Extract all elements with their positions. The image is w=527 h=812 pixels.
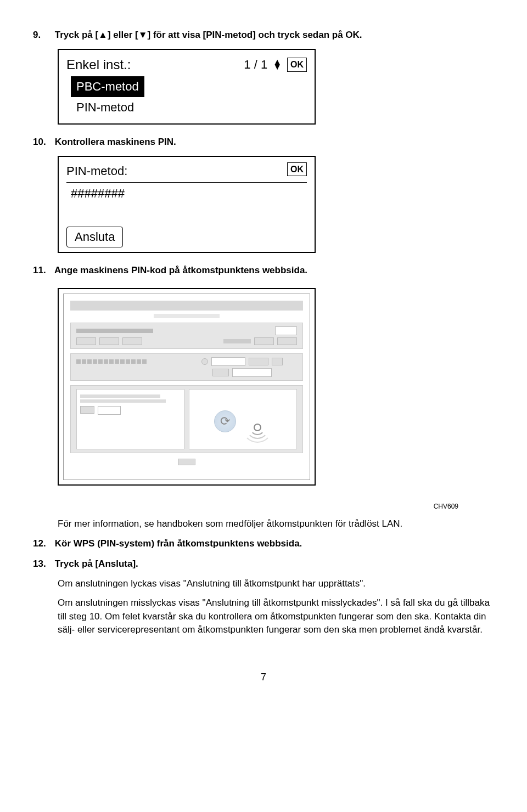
display1-unselected: PIN-metod (71, 97, 307, 118)
step-13-text: Tryck på [Ansluta]. (55, 559, 138, 569)
panel-1 (70, 323, 303, 349)
body-para-2: Om anslutningen lyckas visas "Anslutning… (58, 577, 494, 591)
step-9-text: Tryck på [▲] eller [▼] för att visa [PIN… (55, 30, 362, 40)
btn (272, 358, 283, 365)
lcd-display-1: Enkel inst.: 1 / 1 ▲▼ OK PBC-metod PIN-m… (58, 49, 316, 125)
label (223, 339, 251, 343)
display1-pager: 1 / 1 (244, 56, 267, 74)
panel-2 (70, 353, 303, 381)
bottom-btn (178, 459, 195, 465)
step-10-heading: 10. Kontrollera maskinens PIN. (33, 136, 494, 149)
monitor-stand (60, 486, 313, 498)
tab-btn (254, 337, 274, 345)
refresh-icon: ⟳ (214, 410, 236, 432)
step-12-heading: 12. Kör WPS (PIN-system) från åtkomstpun… (33, 537, 494, 551)
step-10-text: Kontrollera maskinens PIN. (55, 137, 176, 147)
ok-indicator-2: OK (287, 162, 307, 176)
dropdown-box (275, 326, 297, 335)
input-box (232, 368, 272, 377)
display1-header: Enkel inst.: 1 / 1 ▲▼ OK (66, 55, 307, 75)
step-13-heading: 13. Tryck på [Ansluta]. (33, 557, 494, 571)
panel-3: ⟳ (70, 385, 303, 453)
btn (212, 369, 229, 376)
step-9-heading: 9. Tryck på [▲] eller [▼] för att visa [… (33, 29, 494, 42)
step-11-heading: 11. Ange maskinens PIN-kod på åtkomstpun… (33, 264, 494, 278)
monitor-screen: ⟳ (63, 294, 310, 480)
top-tab (154, 314, 220, 318)
display2-pin: ######## (71, 185, 307, 202)
display1-title: Enkel inst.: (66, 55, 131, 75)
display2-title: PIN-metod: (66, 162, 127, 180)
figure-ref: CHV609 (33, 502, 458, 511)
lcd-display-2: PIN-metod: OK ######## Ansluta (58, 156, 316, 253)
display1-pager-group: 1 / 1 ▲▼ OK (244, 56, 307, 74)
tab-btn (122, 337, 142, 345)
display2-connect-button: Ansluta (66, 227, 123, 247)
display2-header: PIN-metod: OK (66, 162, 307, 183)
window-titlebar (70, 301, 303, 311)
step-12-text: Kör WPS (PIN-system) från åtkomstpunkten… (55, 538, 302, 549)
monitor-frame: ⟳ (58, 288, 316, 486)
tab-btn (99, 337, 119, 345)
wifi-icon (243, 411, 272, 431)
display1-selected: PBC-metod (71, 76, 144, 97)
tab-btn (76, 337, 96, 345)
info-paragraph-1: För mer information, se handboken som me… (58, 517, 494, 531)
input-box (98, 406, 121, 415)
up-down-arrows-icon: ▲▼ (273, 60, 282, 70)
btn (80, 406, 94, 414)
panel-label (76, 329, 153, 333)
step-13-num: 13. (33, 557, 52, 571)
body-para-3: Om anslutningen misslyckas visas "Anslut… (58, 596, 494, 637)
tab-btn (277, 337, 297, 345)
radio-icon (201, 358, 208, 365)
step-12-num: 12. (33, 537, 52, 551)
btn (249, 358, 268, 365)
ok-indicator: OK (287, 58, 307, 71)
monitor-illustration: ⟳ (58, 288, 316, 498)
step-11-num: 11. (33, 264, 52, 278)
step-9-num: 9. (33, 29, 52, 42)
input-box (211, 357, 245, 366)
step-10-num: 10. (33, 136, 52, 149)
step-11-text: Ange maskinens PIN-kod på åtkomstpunkten… (54, 265, 307, 275)
page-number: 7 (33, 670, 494, 684)
